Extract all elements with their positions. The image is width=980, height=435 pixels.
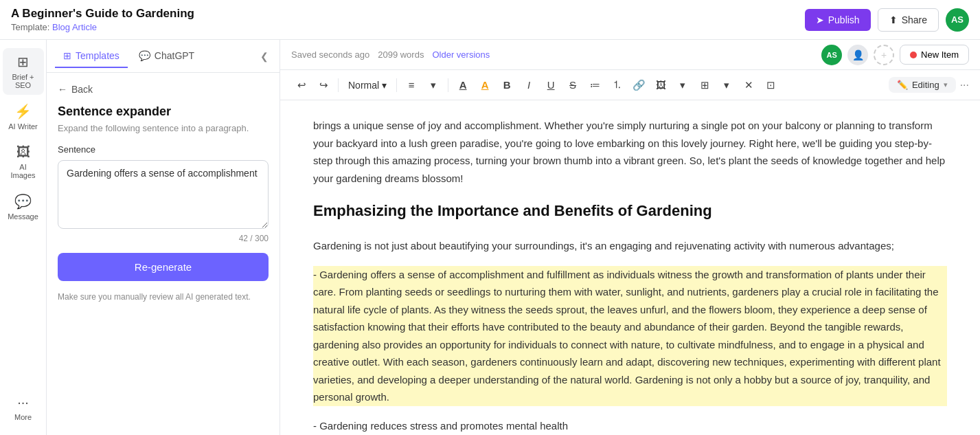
- clear-format-button[interactable]: ✕: [738, 75, 759, 96]
- grid-icon: ⊞: [17, 54, 29, 70]
- sidebar-item-ai-writer[interactable]: ⚡ AI Writer: [3, 98, 44, 136]
- template-link[interactable]: Blog Article: [52, 22, 97, 32]
- para1: Gardening is not just about beautifying …: [313, 237, 947, 255]
- sidebar-item-more[interactable]: ··· More: [3, 389, 44, 427]
- align-chevron-button[interactable]: ▾: [423, 75, 444, 96]
- editing-chevron-icon: ▾: [944, 80, 948, 89]
- editor-topbar-right: AS 👤 + New Item: [821, 45, 969, 65]
- header-left: A Beginner's Guide to Gardening Template…: [11, 7, 194, 32]
- toolbar-divider-3: [448, 78, 448, 92]
- table-chevron-button[interactable]: ▾: [716, 75, 737, 96]
- bullet-list-button[interactable]: ≔: [584, 75, 605, 96]
- undo-button[interactable]: ↩: [291, 75, 312, 96]
- strikethrough-button[interactable]: S: [562, 75, 583, 96]
- publish-button[interactable]: ➤ Publish: [805, 9, 871, 31]
- highlighted-paragraph: - Gardening offers a sense of accomplish…: [313, 266, 947, 406]
- avatar-second: 👤: [847, 45, 868, 65]
- share-button[interactable]: ⬆ Share: [878, 8, 939, 32]
- toolbar-divider-1: [338, 78, 339, 92]
- header-right: ➤ Publish ⬆ Share AS: [805, 8, 969, 32]
- icon-sidebar: ⊞ Brief + SEO ⚡ AI Writer 🖼 AI Images 💬 …: [0, 40, 47, 435]
- sentence-label: Sentence: [58, 144, 269, 155]
- more-icon: ···: [17, 394, 29, 410]
- image-icon: 🖼: [16, 144, 30, 160]
- editing-badge: ✏️ Editing ▾: [889, 77, 956, 93]
- editor-meta: Saved seconds ago 2099 words Older versi…: [291, 49, 490, 60]
- older-versions-link[interactable]: Older versions: [432, 49, 490, 60]
- bullet-item-1: - Gardening reduces stress and promotes …: [313, 417, 947, 435]
- main-layout: ⊞ Brief + SEO ⚡ AI Writer 🖼 AI Images 💬 …: [0, 40, 980, 435]
- avatar-as: AS: [821, 45, 842, 65]
- section-title: Sentence expander: [58, 104, 269, 119]
- more-format-button[interactable]: ⊡: [760, 75, 781, 96]
- back-button[interactable]: ← Back: [58, 84, 269, 95]
- regenerate-button[interactable]: Re-generate: [58, 253, 269, 281]
- tab-templates[interactable]: ⊞ Templates: [55, 45, 128, 68]
- panel-collapse-button[interactable]: ❮: [258, 48, 271, 65]
- toolbar-divider-2: [396, 78, 397, 92]
- bold-button[interactable]: B: [497, 75, 517, 96]
- panel: ⊞ Templates 💬 ChatGPT ❮ ← Back Sentence …: [47, 40, 280, 435]
- panel-content: ← Back Sentence expander Expand the foll…: [47, 73, 280, 435]
- link-button[interactable]: 🔗: [628, 75, 649, 96]
- sentence-input[interactable]: Gardening offers a sense of accomplishme…: [58, 160, 269, 229]
- section-heading: Emphasizing the Importance and Benefits …: [313, 198, 947, 223]
- font-color-button[interactable]: A: [453, 75, 473, 96]
- table-button[interactable]: ⊞: [694, 75, 715, 96]
- sidebar-item-ai-images[interactable]: 🖼 AI Images: [3, 139, 44, 185]
- image-insert-button[interactable]: 🖼: [650, 75, 671, 96]
- sidebar-item-message[interactable]: 💬 Message: [3, 188, 44, 226]
- editor-area: Saved seconds ago 2099 words Older versi…: [280, 40, 980, 435]
- editor-content[interactable]: brings a unique sense of joy and accompl…: [280, 100, 980, 435]
- new-item-button[interactable]: New Item: [900, 45, 969, 65]
- template-label: Template: Blog Article: [11, 22, 194, 32]
- italic-button[interactable]: I: [519, 75, 539, 96]
- format-select[interactable]: Normal ▾: [343, 77, 392, 93]
- chat-icon: 💬: [14, 193, 32, 210]
- disclaimer-text: Make sure you manually review all AI gen…: [58, 291, 269, 303]
- sidebar-item-brief-seo[interactable]: ⊞ Brief + SEO: [3, 48, 44, 95]
- red-dot-icon: [910, 52, 917, 58]
- share-icon: ⬆: [889, 14, 898, 25]
- format-chevron-icon: ▾: [382, 80, 387, 91]
- char-count: 42 / 300: [58, 234, 269, 243]
- avatar-dashed[interactable]: +: [874, 45, 894, 65]
- page-title: A Beginner's Guide to Gardening: [11, 7, 194, 21]
- panel-tabs: ⊞ Templates 💬 ChatGPT ❮: [47, 40, 280, 73]
- align-button[interactable]: ≡: [401, 75, 422, 96]
- chatgpt-icon: 💬: [139, 50, 150, 61]
- image-chevron-button[interactable]: ▾: [672, 75, 693, 96]
- numbered-list-button[interactable]: ⒈: [606, 75, 627, 96]
- intro-paragraph: brings a unique sense of joy and accompl…: [313, 117, 947, 187]
- editor-topbar: Saved seconds ago 2099 words Older versi…: [280, 40, 980, 70]
- editor-toolbar: ↩ ↪ Normal ▾ ≡ ▾ A A B I U S ≔ ⒈ 🔗 🖼 ▾ ⊞…: [280, 70, 980, 100]
- templates-icon: ⊞: [63, 50, 71, 61]
- top-header: A Beginner's Guide to Gardening Template…: [0, 0, 980, 40]
- lightning-icon: ⚡: [14, 103, 32, 120]
- highlight-button[interactable]: A: [475, 75, 495, 96]
- avatar: AS: [946, 8, 969, 32]
- pencil-icon: ✏️: [897, 80, 908, 90]
- word-count: 2099 words: [378, 49, 424, 60]
- publish-icon: ➤: [816, 14, 824, 25]
- back-arrow-icon: ←: [58, 84, 67, 95]
- toolbar-ellipsis[interactable]: ···: [960, 79, 969, 91]
- section-desc: Expand the following sentence into a par…: [58, 123, 269, 133]
- underline-button[interactable]: U: [540, 75, 561, 96]
- tab-chatgpt[interactable]: 💬 ChatGPT: [130, 45, 203, 68]
- redo-button[interactable]: ↪: [313, 75, 334, 96]
- saved-text: Saved seconds ago: [291, 49, 369, 60]
